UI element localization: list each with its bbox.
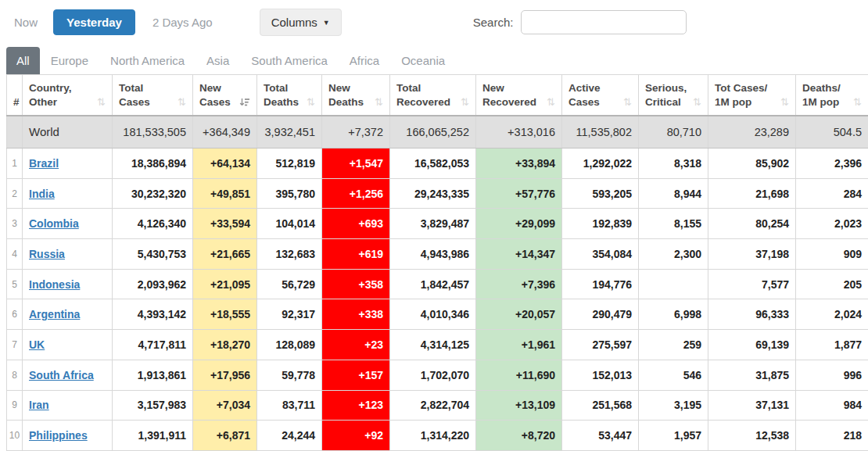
tot-cases-1m-cell: 37,198 [708,239,796,270]
yesterday-button[interactable]: Yesterday [53,9,135,35]
col-header-total-deaths[interactable]: TotalDeaths⇅ [257,75,322,116]
active-cases-cell: 290,479 [562,299,639,330]
total-recovered-cell: 4,314,125 [390,330,476,360]
total-recovered-cell: 4,943,986 [390,239,476,270]
col-header-new-cases[interactable]: NewCases [193,75,257,116]
table-row-indonesia: 5Indonesia2,093,962+21,09556,729+3581,84… [7,269,868,299]
tot-cases-1m-cell: 12,538 [708,421,796,451]
total-cases-cell: 3,157,983 [113,390,193,421]
sort-both-icon: ⇅ [307,95,315,109]
serious-critical-cell: 8,318 [639,149,708,179]
country-cell: Philippines [23,421,113,451]
sort-both-icon: ⇅ [178,95,186,109]
total-recovered-cell: 166,065,252 [390,116,476,149]
deaths-1m-cell: 1,877 [796,330,868,360]
new-cases-cell: +21,095 [193,269,257,299]
deaths-1m-cell: 284 [796,178,868,209]
country-link[interactable]: Argentina [29,308,80,320]
new-deaths-cell: +619 [322,239,390,270]
country-link[interactable]: Iran [29,399,49,411]
columns-dropdown-label: Columns [271,16,317,29]
country-link[interactable]: India [29,188,55,200]
col-header-new-deaths[interactable]: NewDeaths⇅ [322,75,390,116]
country-cell: Argentina [23,299,113,330]
toolbar: Now Yesterday 2 Days Ago Columns ▼ Searc… [0,0,868,43]
rank-cell: 9 [7,390,23,421]
new-deaths-cell: +7,372 [322,116,390,149]
col-header-line2: 1M pop [802,95,839,109]
tab-europe[interactable]: Europe [40,47,99,74]
tab-africa[interactable]: Africa [339,47,390,74]
two-days-ago-button[interactable]: 2 Days Ago [152,16,213,29]
country-link[interactable]: Brazil [29,157,59,170]
country-link[interactable]: UK [29,338,45,351]
serious-critical-cell: 1,957 [639,421,708,451]
table-row-colombia: 3Colombia4,126,340+33,594104,014+6933,82… [7,209,868,239]
new-recovered-cell: +1,961 [476,330,562,360]
total-cases-cell: 181,533,505 [113,116,193,149]
rank-cell: 3 [7,209,23,239]
col-header-tot-cases-1m[interactable]: Tot Cases/1M pop⇅ [708,75,796,116]
col-header-country[interactable]: Country,Other⇅ [23,75,113,116]
table-row-russia: 4Russia5,430,753+21,665132,683+6194,943,… [7,239,868,270]
tab-oceania[interactable]: Oceania [390,47,456,74]
col-header-serious-critical[interactable]: Serious,Critical⇅ [639,75,708,116]
col-header-active-cases[interactable]: ActiveCases⇅ [562,75,639,116]
col-header-line2: Other [29,95,57,109]
deaths-1m-cell: 218 [796,421,868,451]
sort-both-icon: ⇅ [623,95,632,109]
col-header-line2: Cases [199,95,231,109]
total-deaths-cell: 56,729 [257,269,322,299]
country-link[interactable]: South Africa [29,369,94,381]
col-header-deaths-1m[interactable]: Deaths/1M pop⇅ [796,75,868,116]
deaths-1m-cell: 2,024 [796,299,868,330]
now-button[interactable]: Now [14,16,38,29]
table-row-south-africa: 8South Africa1,913,861+17,95659,778+1571… [7,360,868,390]
table-row-brazil: 1Brazil18,386,894+64,134512,819+1,54716,… [7,149,868,179]
total-recovered-cell: 1,702,070 [390,360,476,390]
col-header-line2: Cases [119,95,150,109]
tab-south-america[interactable]: South America [240,47,339,74]
country-link[interactable]: Russia [29,248,65,260]
country-link[interactable]: Indonesia [29,278,80,291]
country-cell: Brazil [23,149,113,179]
world-row: World181,533,505+364,3493,932,451+7,3721… [7,116,868,149]
total-cases-cell: 4,126,340 [113,209,193,239]
new-deaths-cell: +92 [322,421,390,451]
total-cases-cell: 1,913,861 [113,360,193,390]
country-link[interactable]: Colombia [29,217,79,230]
country-cell: Iran [23,390,113,421]
deaths-1m-cell: 205 [796,269,868,299]
col-header-total-recovered[interactable]: TotalRecovered⇅ [390,75,476,116]
col-header-line2: Recovered [396,95,450,109]
serious-critical-cell: 6,998 [639,299,708,330]
rank-cell: 4 [7,239,23,270]
country-link[interactable]: Philippines [29,429,88,442]
columns-dropdown-button[interactable]: Columns ▼ [260,9,342,36]
total-deaths-cell: 83,711 [257,390,322,421]
chevron-down-icon: ▼ [323,19,330,27]
col-header-total-cases[interactable]: TotalCases⇅ [113,75,193,116]
new-cases-cell: +364,349 [193,116,257,149]
tab-asia[interactable]: Asia [195,47,240,74]
tab-all[interactable]: All [6,47,40,74]
total-cases-cell: 4,717,811 [113,330,193,360]
total-cases-cell: 2,093,962 [113,269,193,299]
new-recovered-cell: +57,776 [476,178,562,209]
active-cases-cell: 11,535,802 [562,116,639,149]
rank-cell: 2 [7,178,23,209]
total-deaths-cell: 24,244 [257,421,322,451]
new-cases-cell: +33,594 [193,209,257,239]
search-input[interactable] [521,10,687,34]
new-recovered-cell: +13,109 [476,390,562,421]
tot-cases-1m-cell: 21,698 [708,178,796,209]
col-header-new-recovered[interactable]: NewRecovered⇅ [476,75,562,116]
col-header-line2: Deaths [264,95,299,109]
col-header-line2: Deaths [328,95,364,109]
header-row: #Country,Other⇅TotalCases⇅NewCasesTotalD… [7,75,868,116]
col-header-line1: Country, [29,81,106,95]
active-cases-cell: 593,205 [562,178,639,209]
sort-both-icon: ⇅ [461,95,469,109]
tot-cases-1m-cell: 37,131 [708,390,796,421]
tab-north-america[interactable]: North America [99,47,195,74]
